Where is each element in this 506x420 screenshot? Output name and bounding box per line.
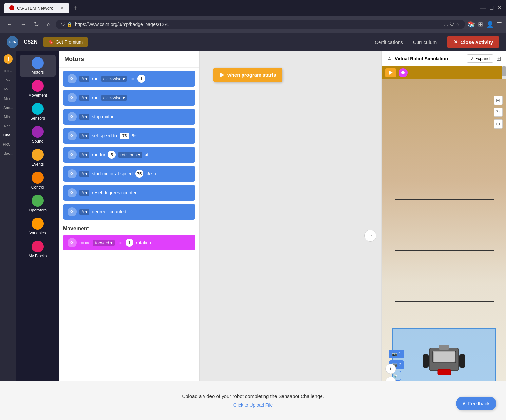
control-dot <box>32 172 44 184</box>
vrs-zoom-fit-btn[interactable]: ⊞ <box>494 96 503 105</box>
menu-icon[interactable]: ☰ <box>497 21 502 28</box>
when-program-starts-block[interactable]: when program starts <box>213 68 282 82</box>
vrs-stop-btn[interactable] <box>399 68 408 77</box>
refresh-btn[interactable]: ↻ <box>31 19 42 29</box>
new-tab-btn[interactable]: + <box>73 4 77 12</box>
profile-icon[interactable]: 👤 <box>486 21 494 28</box>
layout-icon[interactable]: ⊞ <box>478 21 483 28</box>
nav-item-8[interactable]: PRO... <box>0 140 16 148</box>
left-sidebar-nav: ! Intr... Fow... Mo... Min... Arm... Min… <box>0 51 16 420</box>
browser-tab[interactable]: CS-STEM Network ✕ <box>4 3 69 13</box>
get-premium-btn[interactable]: 🔖 Get Premium <box>43 37 88 47</box>
sidebar-item-motors[interactable]: Motors <box>20 55 56 77</box>
main-content: ! Intr... Fow... Mo... Min... Arm... Min… <box>0 51 506 420</box>
block-run-clockwise[interactable]: ⟳ A ▾ run clockwise ▾ <box>63 90 195 106</box>
vrs-scrollbar-thumb[interactable] <box>502 66 506 76</box>
vrs-zoom-in-btn[interactable]: + <box>385 364 396 374</box>
certifications-link[interactable]: Certifications <box>375 39 403 45</box>
feedback-btn[interactable]: ♥ Feedback <box>456 397 496 410</box>
motor-select-1[interactable]: A ▾ <box>79 95 89 101</box>
motor-select-4[interactable]: A ▾ <box>79 152 89 158</box>
block-start-motor-speed[interactable]: ⟳ A ▾ start motor at speed 75 % sp <box>63 166 195 182</box>
window-minimize-btn[interactable]: — <box>480 4 486 11</box>
tab-close-btn[interactable]: ✕ <box>60 5 64 10</box>
nav-item-6[interactable]: Ret... <box>0 122 16 130</box>
vrs-rotate-btn[interactable]: ↻ <box>494 108 503 117</box>
sidebar-item-movement[interactable]: Movement <box>20 78 56 100</box>
speed-value[interactable]: 75 <box>120 133 129 139</box>
motor-select-3[interactable]: A ▾ <box>79 133 89 139</box>
block-degrees-counted[interactable]: ⟳ A ▾ degrees counted <box>63 204 195 220</box>
nav-item-1[interactable]: Fow... <box>0 76 16 84</box>
bookmark-icon: 🔖 <box>48 39 54 45</box>
block-reset-degrees[interactable]: ⟳ A ▾ reset degrees counted <box>63 185 195 201</box>
bookmarks-icon[interactable]: 📚 <box>468 21 475 28</box>
grid-view-btn[interactable]: ⊞ <box>496 55 501 62</box>
vrs-play-btn[interactable] <box>385 68 396 77</box>
block-run-for-rotations[interactable]: ⟳ A ▾ run for 5 rotations ▾ at <box>63 147 195 163</box>
home-btn[interactable]: ⌂ <box>44 20 53 29</box>
camera-1-btn[interactable]: 📷 1 <box>389 350 404 358</box>
speed-value-2[interactable]: 75 <box>135 170 143 178</box>
sound-label: Sound <box>32 139 44 144</box>
cs2n-logo-text: CS2N <box>9 40 16 44</box>
motor-select-5[interactable]: A ▾ <box>79 171 89 177</box>
canvas-area[interactable]: when program starts → <box>200 51 381 420</box>
address-bar[interactable]: 🛡 🔒 https://www.cs2n.org/u/mp/badge_page… <box>56 20 465 29</box>
expand-btn[interactable]: ⤢ Expand <box>467 54 493 63</box>
window-close-btn[interactable]: ✕ <box>497 4 502 11</box>
block-move-forward[interactable]: ⟳ move forward ▾ for 1 rotation <box>63 235 195 250</box>
motor-select-0[interactable]: A ▾ <box>79 76 89 82</box>
block-icon-0: ⟳ <box>68 74 77 83</box>
nav-item-9[interactable]: Bac... <box>0 150 16 157</box>
svg-rect-6 <box>439 345 449 350</box>
motor-select-6[interactable]: A ▾ <box>79 190 89 196</box>
sidebar-item-variables[interactable]: Variables <box>20 216 56 237</box>
block-run-clockwise-for[interactable]: ⟳ A ▾ run clockwise ▾ for 1 <box>63 71 195 87</box>
move-value[interactable]: 1 <box>126 239 133 247</box>
vrs-settings-btn[interactable]: ⚙ <box>494 119 503 129</box>
nav-item-5[interactable]: Min... <box>0 113 16 121</box>
direction-select-move[interactable]: forward ▾ <box>93 240 115 246</box>
security-icons: 🛡 🔒 <box>61 22 72 27</box>
arena-line-3 <box>395 301 494 302</box>
nav-item-2[interactable]: Mo... <box>0 85 16 93</box>
upload-file-btn[interactable]: Click to Upload File <box>233 402 273 408</box>
myblocks-dot <box>32 241 44 252</box>
sidebar-item-sound[interactable]: Sound <box>20 124 56 146</box>
motor-select-7[interactable]: A ▾ <box>79 209 89 215</box>
arena-line-2 <box>395 250 494 251</box>
block-value-0[interactable]: 1 <box>137 75 145 83</box>
canvas-arrow-btn[interactable]: → <box>364 230 376 242</box>
block-icon-5: ⟳ <box>68 169 77 178</box>
back-btn[interactable]: ← <box>4 20 15 29</box>
warning-indicator: ! <box>4 54 13 64</box>
block-text-degcounted: degrees counted <box>92 209 126 214</box>
block-stop-motor[interactable]: ⟳ A ▾ stop motor <box>63 109 195 125</box>
window-maximize-btn[interactable]: □ <box>490 4 493 11</box>
forward-btn[interactable]: → <box>18 20 29 29</box>
sidebar-item-operators[interactable]: Operators <box>20 193 56 214</box>
nav-item-3[interactable]: Min... <box>0 94 16 102</box>
vrs-side-controls: ⊞ ↻ ⚙ <box>494 96 503 129</box>
events-label: Events <box>32 162 44 167</box>
control-label: Control <box>31 185 44 190</box>
rotations-value[interactable]: 5 <box>108 151 116 159</box>
nav-item-7[interactable]: Cha... <box>0 131 16 139</box>
close-activity-btn[interactable]: ✕ Close Activity <box>447 36 499 48</box>
block-text-run-1: run <box>92 95 99 100</box>
svg-rect-5 <box>438 369 451 375</box>
block-set-speed[interactable]: ⟳ A ▾ set speed to 75 % <box>63 128 195 144</box>
curriculum-link[interactable]: Curriculum <box>413 39 437 45</box>
vrs-toolbar <box>382 66 506 79</box>
nav-item-4[interactable]: Arm... <box>0 104 16 111</box>
motor-select-2[interactable]: A ▾ <box>79 114 89 120</box>
nav-item-0[interactable]: Intr... <box>0 67 16 75</box>
sidebar-item-events[interactable]: Events <box>20 147 56 169</box>
sidebar-item-sensors[interactable]: Sensors <box>20 101 56 123</box>
sidebar-item-control[interactable]: Control <box>20 170 56 191</box>
rotations-select[interactable]: rotations ▾ <box>118 152 142 158</box>
direction-select-1[interactable]: clockwise ▾ <box>101 95 127 101</box>
sidebar-item-myblocks[interactable]: My Blocks <box>20 239 56 260</box>
direction-select-0[interactable]: clockwise ▾ <box>101 76 127 82</box>
